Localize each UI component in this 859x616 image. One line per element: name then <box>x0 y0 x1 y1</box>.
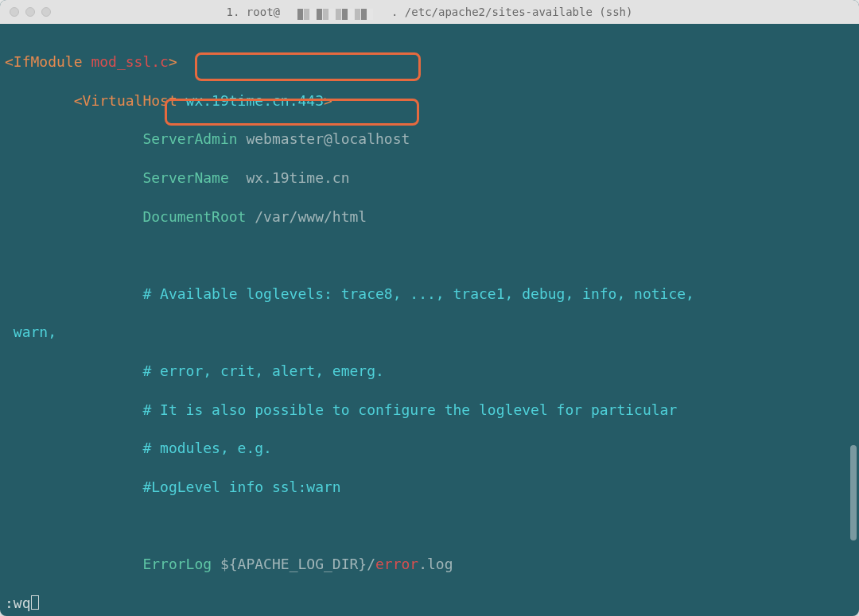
code-line: # Available loglevels: trace8, ..., trac… <box>5 285 854 304</box>
code-line <box>5 246 854 265</box>
traffic-lights <box>10 7 51 17</box>
code-line: warn, <box>5 323 854 342</box>
code-line: <VirtualHost wx.19time.cn:443> <box>5 91 854 110</box>
title-path: . /etc/apache2/sites-available (ssh) <box>391 6 632 18</box>
minimize-icon[interactable] <box>25 7 35 17</box>
cursor-icon <box>31 595 39 610</box>
code-line <box>5 516 854 535</box>
code-line: ServerAdmin webmaster@localhost <box>5 130 854 149</box>
code-line: # modules, e.g. <box>5 439 854 458</box>
code-line: CustomLog ${APACHE_LOG_DIR}/access.log c… <box>5 594 854 595</box>
code-line: <IfModule mod_ssl.c> <box>5 52 854 72</box>
zoom-icon[interactable] <box>41 7 51 17</box>
terminal-content[interactable]: <IfModule mod_ssl.c> <VirtualHost wx.19t… <box>0 24 859 595</box>
close-icon[interactable] <box>10 7 19 17</box>
code-line: ErrorLog ${APACHE_LOG_DIR}/error.log <box>5 555 854 574</box>
title-redacted-icon <box>280 7 391 18</box>
vim-status-line: :wq <box>0 595 859 616</box>
code-line: #LogLevel info ssl:warn <box>5 478 854 497</box>
titlebar: 1. root@. /etc/apache2/sites-available (… <box>0 0 859 24</box>
scrollbar-thumb[interactable] <box>850 445 857 540</box>
vim-command: :wq <box>5 595 31 611</box>
code-line: DocumentRoot /var/www/html <box>5 207 854 227</box>
code-line: ServerName wx.19time.cn <box>5 169 854 188</box>
terminal-window: 1. root@. /etc/apache2/sites-available (… <box>0 0 859 616</box>
code-line: # It is also possible to configure the l… <box>5 401 854 420</box>
code-line: # error, crit, alert, emerg. <box>5 362 854 381</box>
title-prefix: 1. root@ <box>227 6 280 18</box>
window-title: 1. root@. /etc/apache2/sites-available (… <box>8 6 851 18</box>
